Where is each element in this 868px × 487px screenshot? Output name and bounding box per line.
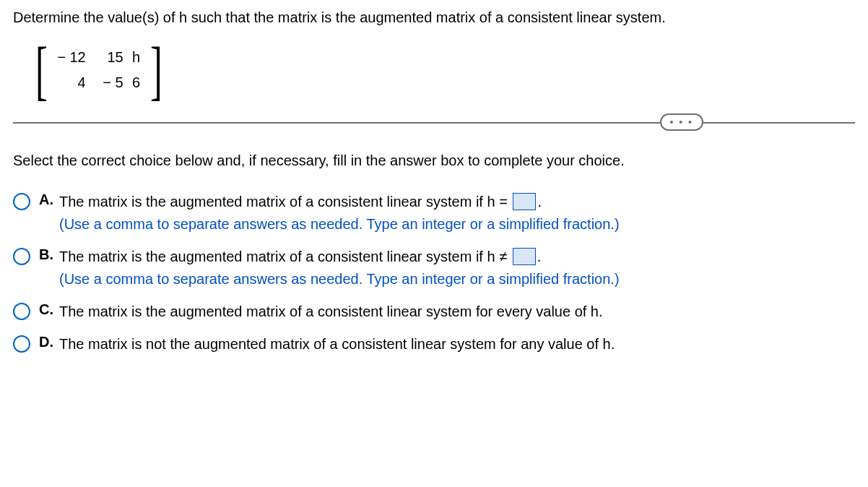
choice-d: D. The matrix is not the augmented matri… (13, 333, 855, 355)
left-bracket-icon: [ (35, 40, 48, 100)
radio-d[interactable] (13, 335, 30, 353)
answer-input-a[interactable] (513, 193, 536, 210)
augmented-matrix: [ − 12 15 h 4 − 5 6 ] (30, 40, 855, 100)
matrix-cell-1-1: − 12 (50, 45, 87, 70)
choice-d-text: The matrix is not the augmented matrix o… (59, 336, 615, 352)
matrix-body: − 12 15 h 4 − 5 6 (47, 40, 151, 100)
choice-a-period: . (537, 194, 542, 210)
choice-body-c: The matrix is the augmented matrix of a … (59, 301, 855, 323)
choice-a-hint: (Use a comma to separate answers as need… (59, 216, 620, 232)
choice-body-d: The matrix is not the augmented matrix o… (59, 333, 855, 355)
choice-body-a: The matrix is the augmented matrix of a … (59, 191, 855, 236)
choice-b-hint: (Use a comma to separate answers as need… (59, 271, 620, 287)
select-instruction: Select the correct choice below and, if … (13, 152, 855, 169)
choice-label-d: D. (39, 333, 59, 350)
choice-c: C. The matrix is the augmented matrix of… (13, 301, 855, 323)
choice-label-a: A. (39, 191, 59, 208)
choice-b-text: The matrix is the augmented matrix of a … (59, 249, 507, 264)
choice-b-period: . (537, 249, 542, 264)
choice-c-text: The matrix is the augmented matrix of a … (59, 303, 603, 319)
matrix-cell-2-2: − 5 (87, 70, 125, 95)
radio-c[interactable] (13, 303, 30, 320)
radio-b[interactable] (13, 248, 30, 265)
choice-body-b: The matrix is the augmented matrix of a … (59, 246, 855, 290)
choice-b: B. The matrix is the augmented matrix of… (13, 246, 855, 290)
matrix-cell-2-1: 4 (50, 70, 87, 95)
choice-a: A. The matrix is the augmented matrix of… (13, 191, 855, 236)
radio-a[interactable] (13, 193, 30, 210)
more-options-button[interactable]: • • • (660, 113, 703, 131)
choice-label-c: C. (39, 301, 59, 318)
section-divider: • • • (13, 122, 855, 124)
choice-label-b: B. (39, 246, 59, 263)
matrix-cell-2-3: 6 (125, 70, 148, 95)
matrix-row-2: 4 − 5 6 (50, 70, 148, 95)
question-text: Determine the value(s) of h such that th… (13, 7, 855, 27)
answer-input-b[interactable] (513, 248, 536, 265)
matrix-cell-1-3: h (125, 45, 148, 70)
matrix-cell-1-2: 15 (87, 45, 125, 70)
choice-a-text: The matrix is the augmented matrix of a … (59, 194, 508, 210)
right-bracket-icon: ] (150, 40, 162, 100)
matrix-row-1: − 12 15 h (50, 45, 148, 70)
